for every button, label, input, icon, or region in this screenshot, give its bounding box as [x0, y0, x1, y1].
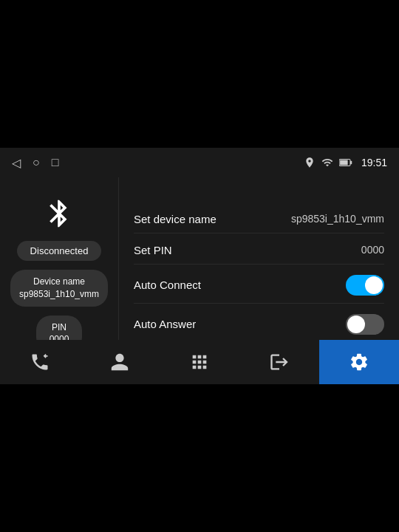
status-bar: ◁ ○ □ 19:51 — [0, 148, 399, 177]
nav-item-phone[interactable] — [0, 340, 80, 384]
location-icon — [304, 157, 316, 168]
device-name-label: Device name — [19, 276, 99, 288]
set-device-name-label: Set device name — [134, 213, 216, 225]
svg-rect-1 — [340, 160, 348, 166]
device-name-badge: Device name sp9853i_1h10_vmm — [10, 270, 108, 307]
phone-icon — [30, 352, 50, 372]
auto-answer-toggle-thumb — [347, 316, 365, 333]
battery-icon — [339, 158, 352, 167]
auto-connect-toggle[interactable] — [346, 275, 384, 296]
bottom-black-area — [0, 384, 399, 532]
status-indicators: 19:51 — [304, 157, 387, 168]
device-name-value: sp9853i_1h10_vmm — [19, 288, 99, 301]
nav-item-exit[interactable] — [239, 340, 319, 384]
set-device-name-value[interactable]: sp9853i_1h10_vmm — [291, 213, 384, 225]
auto-answer-toggle[interactable] — [346, 314, 384, 335]
auto-connect-label: Auto Connect — [134, 279, 201, 291]
nav-item-apps[interactable] — [160, 340, 239, 384]
set-pin-label: Set PIN — [134, 244, 172, 256]
back-button[interactable]: ◁ — [12, 156, 21, 170]
nav-buttons: ◁ ○ □ — [12, 156, 58, 170]
set-pin-row: Set PIN 0000 — [134, 236, 384, 265]
bluetooth-icon-wrapper — [41, 195, 78, 232]
bottom-nav-bar — [0, 340, 399, 384]
auto-connect-row: Auto Connect — [134, 267, 384, 304]
nav-item-settings[interactable] — [319, 340, 399, 384]
auto-answer-label: Auto Answer — [134, 318, 196, 330]
settings-icon — [349, 352, 369, 372]
nav-item-contacts[interactable] — [80, 340, 160, 384]
home-button[interactable]: ○ — [33, 156, 40, 169]
contacts-icon — [109, 352, 130, 372]
bluetooth-icon — [43, 197, 75, 230]
exit-icon — [269, 352, 290, 372]
connection-status-badge: Disconnected — [17, 241, 102, 261]
svg-rect-2 — [350, 161, 352, 165]
pin-label: PIN — [50, 321, 69, 334]
apps-icon — [189, 352, 210, 372]
recents-button[interactable]: □ — [52, 156, 59, 169]
auto-answer-row: Auto Answer — [134, 307, 384, 342]
wifi-icon — [321, 157, 333, 168]
time-display: 19:51 — [361, 157, 387, 168]
top-black-area — [0, 0, 399, 148]
set-pin-value[interactable]: 0000 — [361, 244, 384, 256]
set-device-name-row: Set device name sp9853i_1h10_vmm — [134, 205, 384, 233]
connection-status-label: Disconnected — [30, 245, 89, 256]
auto-connect-toggle-thumb — [365, 276, 383, 294]
